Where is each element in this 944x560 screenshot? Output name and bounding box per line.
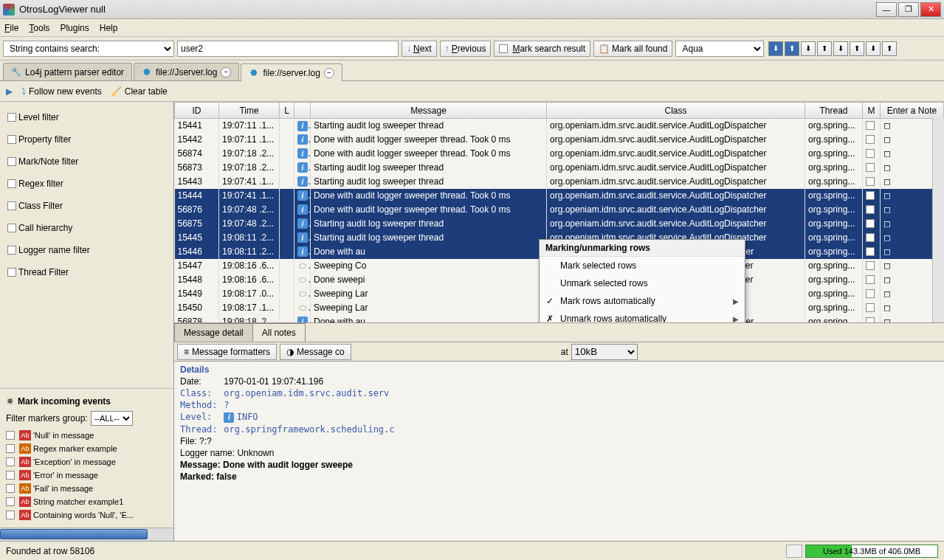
- tab-pattern-editor[interactable]: 🔧 Lo4j pattern parser editor: [3, 63, 132, 80]
- filter-level-filter[interactable]: Level filter: [3, 106, 170, 128]
- table-row[interactable]: 5687319:07:18 .2...iStarting audit log s…: [175, 161, 944, 175]
- file-icon: ⬣: [249, 68, 259, 78]
- message-colorizers-button[interactable]: ◑Message co: [280, 344, 351, 360]
- info-icon: i: [297, 121, 308, 131]
- sweep-icon: ⬭: [297, 303, 308, 313]
- search-mode-select[interactable]: String contains search:: [3, 41, 174, 57]
- col-header[interactable]: ID: [175, 103, 219, 119]
- nav-error-down-button[interactable]: ⬇: [833, 41, 848, 56]
- tab-all-notes[interactable]: All notes: [252, 323, 306, 342]
- marker-group-select[interactable]: --ALL--: [91, 411, 133, 426]
- menu-tools[interactable]: Tools: [29, 23, 49, 33]
- col-header[interactable]: Enter a Note: [881, 103, 944, 119]
- highlight-style-select[interactable]: Aqua: [675, 41, 764, 57]
- maxsize-select[interactable]: 10kB: [571, 344, 638, 360]
- checkbox-icon: [7, 157, 16, 166]
- filter-thread-filter[interactable]: Thread Filter: [3, 261, 170, 283]
- filter-logger-name-filter[interactable]: Logger name filter: [3, 239, 170, 261]
- previous-button[interactable]: ↑Previous: [440, 41, 492, 57]
- menu-plugins[interactable]: Plugins: [60, 23, 89, 33]
- info-icon: i: [297, 176, 308, 187]
- table-row[interactable]: 1544419:07:41 .1...iDone with audit logg…: [175, 189, 944, 203]
- table-row[interactable]: 1544319:07:41 .1...iStarting audit log s…: [175, 175, 944, 189]
- close-tab-icon[interactable]: −: [221, 67, 231, 77]
- swatch-icon: Ab: [19, 483, 31, 494]
- clear-table[interactable]: 🧹Clear table: [111, 86, 168, 97]
- nav-up-button[interactable]: ⬆: [785, 41, 799, 56]
- col-header[interactable]: M: [863, 103, 881, 119]
- filter-regex-filter[interactable]: Regex filter: [3, 173, 170, 195]
- checkbox-icon: [7, 113, 16, 122]
- maxsize-label: at: [561, 347, 568, 357]
- follow-new-events[interactable]: ⤵Follow new events: [21, 86, 102, 97]
- mark-all-found[interactable]: 📋Mark all found: [593, 41, 672, 57]
- table-scrollbar[interactable]: [932, 118, 944, 322]
- close-button[interactable]: ✕: [920, 2, 941, 17]
- context-section: Marking/unmarking rows: [540, 240, 745, 257]
- app-icon: [3, 4, 15, 15]
- col-header[interactable]: Message: [311, 103, 547, 119]
- nav-sev-up-button[interactable]: ⬆: [882, 41, 897, 56]
- checkbox-icon: [7, 246, 16, 255]
- marker-item[interactable]: AbString matcher example1: [6, 495, 168, 508]
- window-title: OtrosLogViewer null: [19, 4, 876, 15]
- table-row[interactable]: 5687619:07:48 .2...iDone with audit logg…: [175, 203, 944, 217]
- marker-item[interactable]: AbRegex marker example: [6, 442, 168, 455]
- nav-down-button[interactable]: ⬇: [768, 41, 783, 56]
- detail-tabs: Message detail All notes: [174, 323, 944, 342]
- gc-button[interactable]: [786, 545, 802, 558]
- context-item[interactable]: ✗Unmark rows automatically▶: [540, 310, 745, 323]
- tab-jserver-log[interactable]: ⬣ file://Jserver.log −: [134, 63, 239, 80]
- filter-mark/note-filter[interactable]: Mark/Note filter: [3, 151, 170, 173]
- nav-warn-down-button[interactable]: ⬇: [801, 41, 816, 56]
- marker-item[interactable]: Ab'Null' in message: [6, 429, 168, 442]
- marker-item[interactable]: Ab'Error' in message: [6, 469, 168, 482]
- marker-item[interactable]: AbContaining words 'Null', 'E...: [6, 508, 168, 522]
- sidebar-scrollbar[interactable]: [0, 528, 173, 541]
- minimize-button[interactable]: —: [876, 2, 897, 17]
- marker-item[interactable]: Ab'Exception' in message: [6, 455, 168, 469]
- info-icon: i: [297, 204, 308, 215]
- sweep-icon: ⬭: [297, 288, 308, 299]
- table-row[interactable]: 1544219:07:11 .1...iDone with audit logg…: [175, 133, 944, 147]
- nav-error-up-button[interactable]: ⬆: [850, 41, 864, 56]
- maximize-button[interactable]: ❐: [898, 2, 919, 17]
- col-header[interactable]: Class: [547, 103, 805, 119]
- detail-marked: Marked: false: [180, 471, 237, 482]
- context-menu: Marking/unmarking rowsMark selected rows…: [539, 239, 745, 323]
- table-row[interactable]: 1544119:07:11 .1...iStarting audit log s…: [175, 119, 944, 133]
- col-header[interactable]: [294, 103, 311, 119]
- table-row[interactable]: 5687419:07:18 .2...iDone with audit logg…: [175, 147, 944, 161]
- tab-server-log[interactable]: ⬣ file://server.log −: [241, 63, 342, 81]
- nav-warn-up-button[interactable]: ⬆: [817, 41, 832, 56]
- detail-file: File: ?:?: [180, 436, 212, 446]
- swatch-icon: Ab: [19, 430, 31, 440]
- play-icon[interactable]: ▶: [6, 86, 13, 97]
- info-icon: i: [297, 232, 308, 243]
- filter-property-filter[interactable]: Property filter: [3, 128, 170, 151]
- filter-class-filter[interactable]: Class Filter: [3, 195, 170, 217]
- checkbox-icon: [7, 268, 16, 277]
- sweep-icon: ⬭: [297, 260, 308, 271]
- checkbox-icon: [7, 201, 16, 210]
- marker-item[interactable]: Ab'Fail' in message: [6, 482, 168, 495]
- col-header[interactable]: Time: [219, 103, 280, 119]
- message-formatters-button[interactable]: ≡Message formatters: [177, 344, 277, 360]
- col-header[interactable]: Thread: [805, 103, 863, 119]
- detail-panel: Details Date: 1970-01-01 19:07:41.196 Cl…: [174, 362, 944, 541]
- next-button[interactable]: ↓Next: [402, 41, 437, 57]
- search-input[interactable]: [177, 41, 399, 57]
- nav-sev-down-button[interactable]: ⬇: [866, 41, 881, 56]
- menu-file[interactable]: File: [4, 23, 18, 33]
- mark-search-result[interactable]: Mark search result: [494, 41, 590, 57]
- col-header[interactable]: L: [280, 103, 294, 119]
- filter-call-hierarchy[interactable]: Call hierarchy: [3, 217, 170, 239]
- context-item[interactable]: Mark selected rows: [540, 257, 745, 274]
- table-row[interactable]: 5687519:07:48 .2...iStarting audit log s…: [175, 217, 944, 231]
- menu-help[interactable]: Help: [100, 23, 118, 33]
- tab-message-detail[interactable]: Message detail: [174, 323, 253, 342]
- detail-level: INFO: [237, 412, 258, 422]
- context-item[interactable]: Unmark selected rows: [540, 274, 745, 292]
- close-tab-icon[interactable]: −: [324, 68, 334, 78]
- context-item[interactable]: ✓Mark rows automatically▶: [540, 292, 745, 310]
